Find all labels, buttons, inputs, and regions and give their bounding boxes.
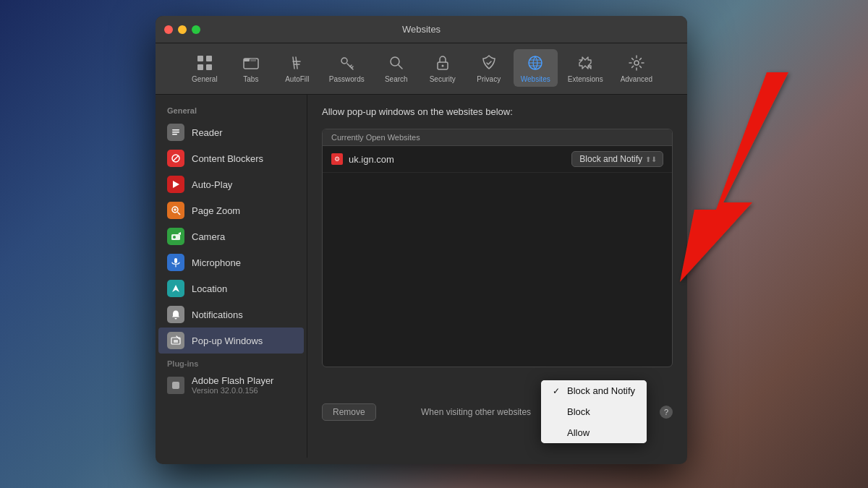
main-panel: Allow pop-up windows on the websites bel… [307,95,687,458]
site-setting-value: Block and Notify [579,154,642,164]
content-area: General Reader [156,95,687,458]
sidebar-item-reader[interactable]: Reader [156,119,307,145]
sidebar-item-content-blockers[interactable]: Content Blockers [156,145,307,171]
svg-rect-32 [172,382,179,389]
site-favicon: ⚙ [331,153,343,165]
sidebar-item-microphone[interactable]: Microphone [156,249,307,275]
auto-play-icon [167,176,184,193]
plugin-info: Adobe Flash Player Version 32.0.0.156 [192,375,273,395]
security-label: Security [430,75,456,83]
microphone-icon [167,254,184,271]
websites-table: Currently Open Websites ⚙ uk.ign.com Blo… [322,129,673,367]
svg-marker-0 [680,72,788,282]
minimize-button[interactable] [178,25,187,34]
flash-icon [167,377,184,394]
toolbar-item-websites[interactable]: Websites [514,49,558,87]
extensions-label: Extensions [568,75,603,83]
site-name: uk.ign.com [349,154,571,165]
general-label: General [192,75,218,83]
preferences-window: Websites General [156,16,687,464]
page-zoom-icon [167,202,184,219]
check-mark-icon: ✓ [553,386,561,396]
security-icon [433,53,453,73]
table-header: Currently Open Websites [323,129,672,146]
dropdown-container: ✓ Block and Notify Block Allow [541,380,647,443]
autofill-icon [287,53,307,73]
toolbar-item-search[interactable]: Search [375,49,418,87]
sidebar-item-page-zoom[interactable]: Page Zoom [156,197,307,223]
privacy-label: Privacy [477,75,501,83]
svg-rect-1 [197,56,203,61]
svg-line-21 [178,213,181,215]
toolbar-item-extensions[interactable]: Extensions [561,49,610,87]
toolbar-item-privacy[interactable]: Privacy [467,49,511,87]
sidebar-general-title: General [156,103,307,119]
svg-rect-6 [244,59,250,61]
sidebar-item-popup-windows[interactable]: Pop-up Windows [158,328,304,354]
dropdown-item-block-notify[interactable]: ✓ Block and Notify [541,380,647,401]
search-label: Search [385,75,408,83]
dropdown-option-allow: Allow [567,427,590,438]
toolbar-item-general[interactable]: General [183,49,226,87]
visiting-label: When visiting other websites [383,407,531,417]
sidebar: General Reader [156,95,307,458]
toolbar: General Tabs AutoFill [156,43,687,95]
reader-icon [167,124,184,141]
websites-label: Websites [521,75,550,83]
camera-icon [167,228,184,245]
window-title: Websites [402,24,441,35]
close-button[interactable] [164,25,173,34]
microphone-label: Microphone [192,257,241,268]
plugin-item-flash[interactable]: Adobe Flash Player Version 32.0.0.156 [156,371,307,399]
svg-rect-4 [206,64,212,70]
passwords-label: Passwords [329,75,365,83]
sidebar-item-notifications[interactable]: Notifications [156,301,307,328]
sidebar-item-camera[interactable]: Camera [156,223,307,249]
dropdown-menu: ✓ Block and Notify Block Allow [541,380,647,443]
bottom-bar: Remove When visiting other websites ✓ Bl… [322,374,673,446]
plugins-section-title: Plug-ins [156,354,307,371]
dropdown-item-block[interactable]: Block [541,401,647,422]
notifications-icon [167,306,184,323]
svg-point-9 [391,57,399,66]
toolbar-item-security[interactable]: Security [421,49,464,87]
tabs-icon [241,53,261,73]
svg-rect-7 [250,59,256,61]
svg-marker-19 [173,181,179,188]
svg-line-18 [173,155,179,161]
traffic-lights [164,25,200,34]
dropdown-option-block-notify: Block and Notify [567,385,635,396]
plugin-version: Version 32.0.0.156 [192,386,273,395]
svg-rect-3 [197,64,203,70]
privacy-icon [479,53,499,73]
svg-point-8 [341,58,347,64]
help-button[interactable]: ? [660,406,673,419]
svg-rect-2 [206,56,212,61]
general-icon [195,53,215,73]
autofill-label: AutoFill [285,75,309,83]
svg-rect-27 [174,258,177,263]
popup-icon [167,332,184,349]
sidebar-item-location[interactable]: Location [156,275,307,301]
remove-button[interactable]: Remove [322,403,376,421]
svg-rect-14 [172,129,179,131]
main-panel-title: Allow pop-up windows on the websites bel… [322,106,673,117]
annotation-arrow [637,58,796,289]
reader-label: Reader [192,127,223,138]
svg-rect-15 [172,132,179,133]
page-zoom-label: Page Zoom [192,205,240,216]
camera-label: Camera [192,231,225,242]
bottom-area: Remove When visiting other websites ✓ Bl… [322,374,673,446]
svg-rect-16 [172,134,177,135]
maximize-button[interactable] [192,25,200,34]
toolbar-item-autofill[interactable]: AutoFill [276,49,319,87]
sidebar-item-auto-play[interactable]: Auto-Play [156,171,307,197]
table-row[interactable]: ⚙ uk.ign.com Block and Notify ⬆⬇ [323,146,672,173]
svg-marker-29 [172,285,179,292]
location-label: Location [192,283,227,294]
search-icon [386,53,407,73]
toolbar-item-tabs[interactable]: Tabs [229,49,273,87]
dropdown-item-allow[interactable]: Allow [541,422,647,443]
toolbar-item-passwords[interactable]: Passwords [322,49,372,87]
notifications-label: Notifications [192,309,243,320]
